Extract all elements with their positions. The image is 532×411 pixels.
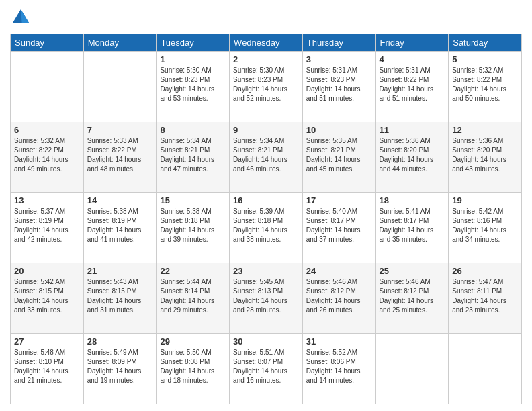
day-info: Sunrise: 5:36 AM Sunset: 8:20 PM Dayligh…: [452, 136, 518, 174]
day-info: Sunrise: 5:40 AM Sunset: 8:17 PM Dayligh…: [306, 207, 372, 244]
day-number: 1: [160, 54, 226, 64]
day-info: Sunrise: 5:32 AM Sunset: 8:22 PM Dayligh…: [452, 66, 518, 103]
calendar-cell: 17Sunrise: 5:40 AM Sunset: 8:17 PM Dayli…: [302, 193, 375, 263]
calendar-cell: 18Sunrise: 5:41 AM Sunset: 8:17 PM Dayli…: [375, 193, 449, 263]
calendar-cell: 1Sunrise: 5:30 AM Sunset: 8:23 PM Daylig…: [157, 52, 230, 122]
calendar-cell: 31Sunrise: 5:52 AM Sunset: 8:06 PM Dayli…: [302, 334, 375, 404]
calendar-cell: 22Sunrise: 5:44 AM Sunset: 8:14 PM Dayli…: [157, 263, 230, 334]
calendar-cell: 12Sunrise: 5:36 AM Sunset: 8:20 PM Dayli…: [449, 122, 522, 193]
day-number: 19: [452, 195, 518, 205]
calendar-cell: 15Sunrise: 5:38 AM Sunset: 8:18 PM Dayli…: [157, 193, 230, 263]
day-info: Sunrise: 5:31 AM Sunset: 8:23 PM Dayligh…: [306, 66, 372, 103]
day-number: 8: [160, 125, 226, 135]
weekday-header-sunday: Sunday: [11, 34, 84, 52]
logo-icon: [10, 7, 32, 28]
day-info: Sunrise: 5:48 AM Sunset: 8:10 PM Dayligh…: [14, 348, 80, 385]
calendar-cell: 30Sunrise: 5:51 AM Sunset: 8:07 PM Dayli…: [230, 334, 303, 404]
day-number: 3: [306, 54, 372, 64]
week-row-0: 1Sunrise: 5:30 AM Sunset: 8:23 PM Daylig…: [11, 52, 522, 122]
calendar-cell: [83, 52, 157, 122]
day-info: Sunrise: 5:34 AM Sunset: 8:21 PM Dayligh…: [160, 136, 226, 174]
day-number: 23: [233, 266, 299, 276]
calendar-cell: 2Sunrise: 5:30 AM Sunset: 8:23 PM Daylig…: [230, 52, 303, 122]
day-info: Sunrise: 5:43 AM Sunset: 8:15 PM Dayligh…: [87, 277, 153, 315]
calendar-cell: 14Sunrise: 5:38 AM Sunset: 8:19 PM Dayli…: [83, 193, 157, 263]
day-info: Sunrise: 5:44 AM Sunset: 8:14 PM Dayligh…: [160, 277, 226, 315]
calendar-cell: 19Sunrise: 5:42 AM Sunset: 8:16 PM Dayli…: [449, 193, 522, 263]
calendar-cell: 9Sunrise: 5:34 AM Sunset: 8:21 PM Daylig…: [230, 122, 303, 193]
day-number: 26: [452, 266, 518, 276]
day-number: 27: [14, 336, 80, 347]
calendar-cell: 28Sunrise: 5:49 AM Sunset: 8:09 PM Dayli…: [83, 334, 157, 404]
day-number: 2: [233, 54, 299, 64]
day-info: Sunrise: 5:45 AM Sunset: 8:13 PM Dayligh…: [233, 277, 299, 315]
week-row-4: 27Sunrise: 5:48 AM Sunset: 8:10 PM Dayli…: [11, 334, 522, 404]
day-number: 24: [306, 266, 372, 276]
day-info: Sunrise: 5:30 AM Sunset: 8:23 PM Dayligh…: [233, 66, 299, 103]
day-number: 22: [160, 266, 226, 276]
calendar-cell: 16Sunrise: 5:39 AM Sunset: 8:18 PM Dayli…: [230, 193, 303, 263]
day-info: Sunrise: 5:31 AM Sunset: 8:22 PM Dayligh…: [380, 66, 445, 103]
day-number: 7: [87, 125, 153, 135]
header: [10, 7, 522, 28]
calendar-cell: [449, 334, 522, 404]
weekday-header-row: SundayMondayTuesdayWednesdayThursdayFrid…: [11, 34, 522, 52]
day-number: 25: [380, 266, 445, 276]
day-number: 10: [306, 125, 372, 135]
day-number: 4: [380, 54, 445, 64]
calendar-cell: 11Sunrise: 5:36 AM Sunset: 8:20 PM Dayli…: [375, 122, 449, 193]
calendar-cell: 25Sunrise: 5:46 AM Sunset: 8:12 PM Dayli…: [375, 263, 449, 334]
day-number: 5: [452, 54, 518, 64]
weekday-header-saturday: Saturday: [449, 34, 522, 52]
day-info: Sunrise: 5:50 AM Sunset: 8:08 PM Dayligh…: [160, 348, 226, 385]
day-info: Sunrise: 5:38 AM Sunset: 8:19 PM Dayligh…: [87, 207, 153, 244]
day-number: 28: [87, 336, 153, 347]
svg-marker-1: [21, 9, 29, 23]
day-info: Sunrise: 5:46 AM Sunset: 8:12 PM Dayligh…: [380, 277, 445, 315]
day-number: 12: [452, 125, 518, 135]
day-info: Sunrise: 5:42 AM Sunset: 8:15 PM Dayligh…: [14, 277, 80, 315]
calendar-cell: 24Sunrise: 5:46 AM Sunset: 8:12 PM Dayli…: [302, 263, 375, 334]
day-number: 14: [87, 195, 153, 205]
page: SundayMondayTuesdayWednesdayThursdayFrid…: [0, 0, 532, 411]
calendar-cell: 27Sunrise: 5:48 AM Sunset: 8:10 PM Dayli…: [11, 334, 84, 404]
week-row-2: 13Sunrise: 5:37 AM Sunset: 8:19 PM Dayli…: [11, 193, 522, 263]
day-number: 29: [160, 336, 226, 347]
calendar-cell: 20Sunrise: 5:42 AM Sunset: 8:15 PM Dayli…: [11, 263, 84, 334]
week-row-3: 20Sunrise: 5:42 AM Sunset: 8:15 PM Dayli…: [11, 263, 522, 334]
calendar-cell: 4Sunrise: 5:31 AM Sunset: 8:22 PM Daylig…: [375, 52, 449, 122]
day-number: 13: [14, 195, 80, 205]
day-number: 21: [87, 266, 153, 276]
day-info: Sunrise: 5:51 AM Sunset: 8:07 PM Dayligh…: [233, 348, 299, 385]
calendar-cell: 7Sunrise: 5:33 AM Sunset: 8:22 PM Daylig…: [83, 122, 157, 193]
logo: [10, 7, 34, 28]
day-info: Sunrise: 5:49 AM Sunset: 8:09 PM Dayligh…: [87, 348, 153, 385]
calendar-cell: 5Sunrise: 5:32 AM Sunset: 8:22 PM Daylig…: [449, 52, 522, 122]
calendar-cell: 10Sunrise: 5:35 AM Sunset: 8:21 PM Dayli…: [302, 122, 375, 193]
day-number: 18: [380, 195, 445, 205]
day-number: 11: [380, 125, 445, 135]
calendar-cell: 13Sunrise: 5:37 AM Sunset: 8:19 PM Dayli…: [11, 193, 84, 263]
day-info: Sunrise: 5:41 AM Sunset: 8:17 PM Dayligh…: [380, 207, 445, 244]
weekday-header-tuesday: Tuesday: [157, 34, 230, 52]
calendar-cell: 29Sunrise: 5:50 AM Sunset: 8:08 PM Dayli…: [157, 334, 230, 404]
day-number: 6: [14, 125, 80, 135]
day-info: Sunrise: 5:46 AM Sunset: 8:12 PM Dayligh…: [306, 277, 372, 315]
calendar-cell: 8Sunrise: 5:34 AM Sunset: 8:21 PM Daylig…: [157, 122, 230, 193]
calendar-cell: 21Sunrise: 5:43 AM Sunset: 8:15 PM Dayli…: [83, 263, 157, 334]
day-number: 31: [306, 336, 372, 347]
calendar-cell: 3Sunrise: 5:31 AM Sunset: 8:23 PM Daylig…: [302, 52, 375, 122]
week-row-1: 6Sunrise: 5:32 AM Sunset: 8:22 PM Daylig…: [11, 122, 522, 193]
day-number: 30: [233, 336, 299, 347]
calendar-cell: [11, 52, 84, 122]
day-info: Sunrise: 5:52 AM Sunset: 8:06 PM Dayligh…: [306, 348, 372, 385]
day-info: Sunrise: 5:39 AM Sunset: 8:18 PM Dayligh…: [233, 207, 299, 244]
day-info: Sunrise: 5:36 AM Sunset: 8:20 PM Dayligh…: [380, 136, 445, 174]
calendar-cell: [375, 334, 449, 404]
day-number: 17: [306, 195, 372, 205]
day-info: Sunrise: 5:47 AM Sunset: 8:11 PM Dayligh…: [452, 277, 518, 315]
day-info: Sunrise: 5:37 AM Sunset: 8:19 PM Dayligh…: [14, 207, 80, 244]
day-info: Sunrise: 5:38 AM Sunset: 8:18 PM Dayligh…: [160, 207, 226, 244]
calendar-cell: 6Sunrise: 5:32 AM Sunset: 8:22 PM Daylig…: [11, 122, 84, 193]
day-info: Sunrise: 5:35 AM Sunset: 8:21 PM Dayligh…: [306, 136, 372, 174]
